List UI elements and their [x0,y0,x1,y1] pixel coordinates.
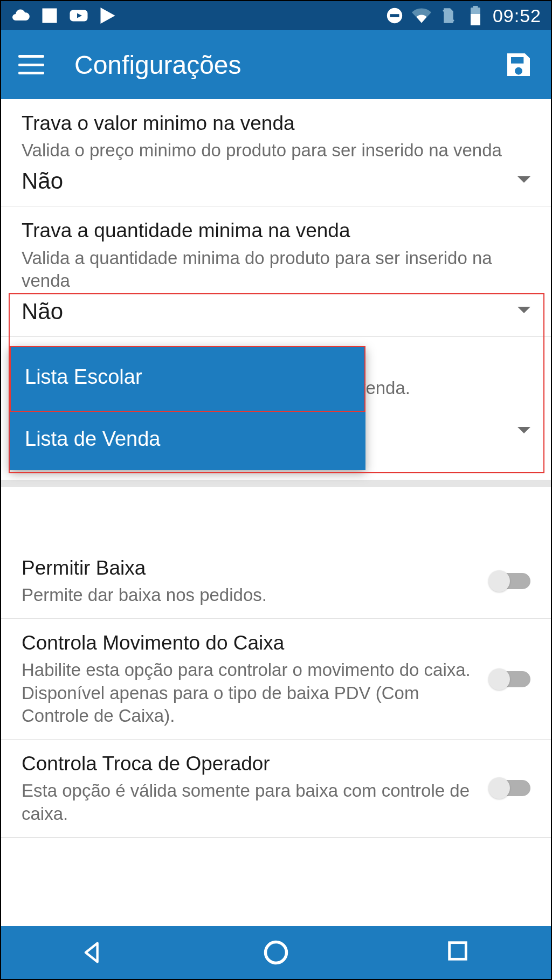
setting-trava-quantidade[interactable]: Trava a quantidade minima na venda Valid… [1,206,551,337]
save-button[interactable] [503,50,534,80]
status-time: 09:52 [493,5,541,26]
battery-icon [466,6,485,25]
setting-permitir-baixa: Permitir Baixa Permite dar baixa nos ped… [1,487,551,619]
setting-description: Valida o preço minimo do produto para se… [22,139,530,162]
app-bar: Configurações [1,30,551,99]
cloud-icon [11,6,30,25]
dropdown-tipo-lista: Lista Escolar Lista de Venda [10,346,365,470]
svg-point-6 [266,942,287,963]
setting-description: Esta opção é válida somente para baixa c… [22,779,477,825]
status-bar: 09:52 [1,1,551,30]
home-button[interactable] [262,938,290,967]
toggle-controla-troca[interactable] [489,780,530,796]
page-title: Configurações [74,50,242,80]
no-sim-icon [439,6,458,25]
youtube-icon [69,6,88,25]
back-button[interactable] [79,938,107,967]
setting-title: Permitir Baixa [22,556,477,581]
setting-description: Habilite esta opção para controlar o mov… [22,659,477,727]
chevron-down-icon [518,176,530,186]
dnd-icon [385,6,404,25]
svg-rect-4 [471,14,480,25]
setting-value: Não [22,168,63,194]
toggle-permitir-baixa[interactable] [489,573,530,589]
settings-list: Trava o valor minimo na venda Valida o p… [1,99,551,854]
toggle-knob [488,777,510,799]
picture-icon [40,6,59,25]
dropdown-option-lista-escolar[interactable]: Lista Escolar [10,346,365,408]
play-store-icon [98,6,118,25]
dropdown-option-lista-venda[interactable]: Lista de Venda [10,408,365,470]
partial-next-item: — [1,838,551,854]
chevron-down-icon [518,427,530,437]
toggle-controla-movimento[interactable] [489,671,530,687]
toggle-knob [488,668,510,690]
setting-description: Permite dar baixa nos pedidos. [22,584,477,606]
status-left [11,6,118,25]
setting-title: Controla Troca de Operador [22,751,477,776]
svg-rect-2 [390,14,399,17]
setting-controla-troca: Controla Troca de Operador Esta opção é … [1,740,551,838]
section-divider [1,480,551,487]
setting-value: Não [22,299,63,325]
wifi-icon [412,6,431,25]
setting-title: Trava a quantidade minima na venda [22,218,530,243]
menu-icon[interactable] [18,55,44,74]
toggle-knob [488,570,510,592]
setting-trava-valor[interactable]: Trava o valor minimo na venda Valida o p… [1,99,551,206]
status-right: 09:52 [385,5,541,26]
chevron-down-icon [518,307,530,316]
setting-description: Valida a quantidade minima do produto pa… [22,247,530,292]
setting-title: Controla Movimento do Caixa [22,631,477,655]
setting-title: Trava o valor minimo na venda [22,111,530,136]
svg-rect-7 [450,943,466,960]
navigation-bar [1,926,551,979]
recent-apps-button[interactable] [445,938,473,967]
setting-controla-movimento: Controla Movimento do Caixa Habilite est… [1,619,551,740]
svg-rect-5 [473,6,478,8]
